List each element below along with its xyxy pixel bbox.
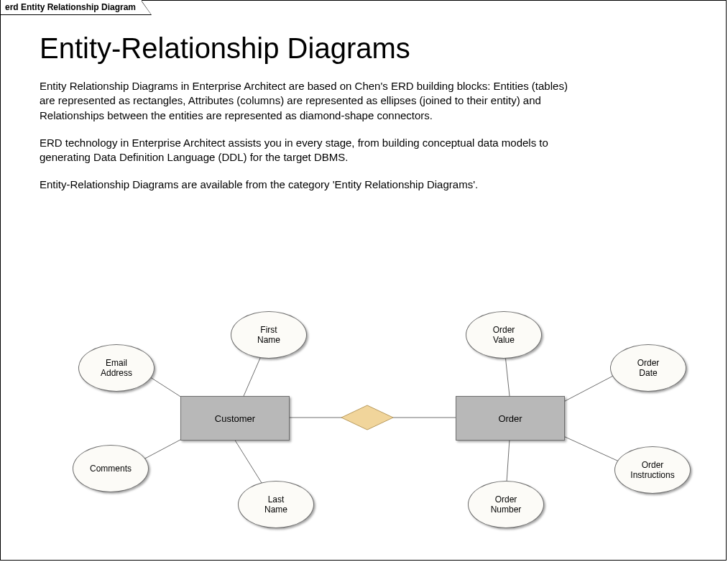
attribute-comments[interactable]: Comments [73, 445, 149, 492]
entity-customer[interactable]: Customer [180, 396, 290, 441]
attribute-order-date[interactable]: OrderDate [610, 344, 686, 392]
text-content: Entity-Relationship Diagrams Entity Rela… [40, 32, 672, 206]
svg-marker-10 [341, 405, 393, 430]
page-title: Entity-Relationship Diagrams [40, 32, 672, 65]
attribute-order-value[interactable]: OrderValue [466, 311, 542, 359]
attribute-order-date-label: OrderDate [637, 358, 660, 379]
attribute-order-value-label: OrderValue [493, 325, 515, 346]
attribute-first-name-label: FirstName [257, 325, 280, 346]
attribute-order-instructions-label: OrderInstructions [630, 460, 674, 481]
attribute-first-name[interactable]: FirstName [231, 311, 307, 359]
relationship-diamond[interactable] [341, 405, 394, 430]
attribute-email-address[interactable]: EmailAddress [78, 344, 155, 392]
attribute-order-number[interactable]: OrderNumber [468, 481, 544, 528]
paragraph-3: Entity-Relationship Diagrams are availab… [40, 178, 586, 192]
paragraph-1: Entity Relationship Diagrams in Enterpri… [40, 79, 586, 123]
attribute-order-instructions[interactable]: OrderInstructions [614, 446, 691, 494]
paragraph-2: ERD technology in Enterprise Architect a… [40, 136, 586, 165]
attribute-email-address-label: EmailAddress [101, 358, 132, 379]
entity-order[interactable]: Order [456, 396, 565, 441]
diagram-frame: erd Entity Relationship Diagram Entity-R… [0, 0, 727, 561]
frame-tab-label: erd Entity Relationship Diagram [0, 0, 142, 15]
attribute-last-name-label: LastName [264, 494, 287, 515]
attribute-order-number-label: OrderNumber [491, 494, 522, 515]
entity-order-label: Order [498, 413, 522, 424]
frame-tab: erd Entity Relationship Diagram [0, 0, 152, 14]
frame-tab-corner [142, 1, 152, 15]
attribute-comments-label: Comments [90, 464, 132, 474]
attribute-last-name[interactable]: LastName [238, 481, 314, 528]
entity-customer-label: Customer [215, 413, 255, 424]
